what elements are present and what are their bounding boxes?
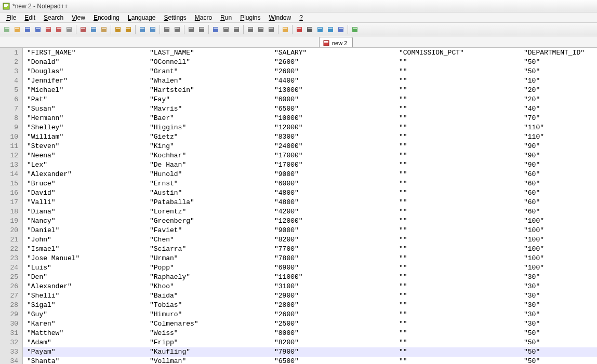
text-line[interactable]: "Matthew""Weiss""8000""""50" [23, 329, 597, 338]
find-icon[interactable] [138, 25, 147, 34]
undo-icon[interactable] [113, 25, 123, 34]
line-number: 33 [0, 347, 22, 357]
svg-rect-51 [269, 28, 273, 29]
toolbar-separator [135, 25, 136, 34]
copy-icon[interactable] [89, 25, 98, 34]
paste-icon[interactable] [99, 25, 109, 34]
text-line[interactable]: "David""Austin""4800""""60" [23, 188, 597, 198]
menu-plugins[interactable]: Plugins [236, 13, 264, 22]
close-all-icon[interactable] [54, 25, 63, 34]
title-bar: *new 2 - Notepad++ [0, 0, 597, 12]
menu-view[interactable]: View [68, 13, 89, 22]
print-icon[interactable] [64, 25, 74, 34]
spellcheck-icon[interactable] [350, 25, 360, 34]
text-line[interactable]: "Nancy""Greenberg""12000""""100" [23, 217, 597, 226]
text-line[interactable]: "Daniel""Faviet""9000""""100" [23, 226, 597, 235]
window-title: *new 2 - Notepad++ [12, 3, 68, 10]
text-line[interactable]: "Karen""Colmenares""2500""""30" [23, 319, 597, 329]
text-line[interactable]: "John""Chen""8200""""100" [23, 235, 597, 245]
document-tab[interactable]: new 2 [319, 37, 353, 47]
svg-rect-21 [91, 28, 96, 29]
func-list-icon[interactable] [267, 25, 276, 34]
text-line[interactable]: "Luis""Popp""6900""""100" [23, 263, 597, 273]
menu-run[interactable]: Run [216, 13, 236, 22]
text-line[interactable]: "Shanta""Vollman""6500""""50" [23, 357, 597, 364]
svg-rect-3 [4, 6, 7, 7]
text-line[interactable]: "Susan""Mavris""6500""""40" [23, 104, 597, 114]
wrap-icon[interactable] [211, 25, 220, 34]
close-icon[interactable] [44, 25, 53, 34]
sync-h-icon[interactable] [197, 25, 206, 34]
menu-edit[interactable]: Edit [20, 13, 39, 22]
text-line[interactable]: "Donald""OConnell""2600""""50" [23, 58, 597, 67]
text-line[interactable]: "Sigal""Tobias""2800""""30" [23, 301, 597, 310]
text-line[interactable]: "Bruce""Ernst""6000""""60" [23, 179, 597, 188]
svg-rect-47 [248, 28, 253, 29]
line-number: 10 [0, 132, 22, 142]
record-icon[interactable] [295, 25, 304, 34]
text-line[interactable]: "Shelley""Higgins""12000""""110" [23, 123, 597, 132]
text-line[interactable]: "Hermann""Baer""10000""""70" [23, 114, 597, 123]
text-line[interactable]: "Ismael""Sciarra""7700""""100" [23, 245, 597, 254]
text-line[interactable]: "FIRST_NAME""LAST_NAME""SALARY""COMMISSI… [23, 48, 597, 58]
menu-bar: FileEditSearchViewEncodingLanguageSettin… [0, 12, 597, 23]
menu-search[interactable]: Search [39, 13, 68, 22]
doc-map-icon[interactable] [256, 25, 266, 34]
replace-icon[interactable] [148, 25, 157, 34]
cut-icon[interactable] [78, 25, 88, 34]
svg-rect-39 [200, 28, 204, 29]
text-line[interactable]: "Adam""Fripp""8200""""50" [23, 338, 597, 347]
text-line[interactable]: "Pat""Fay""6000""""20" [23, 95, 597, 104]
text-line[interactable]: "Guy""Himuro""2600""""30" [23, 310, 597, 319]
text-line[interactable]: "Shelli""Baida""2900""""30" [23, 291, 597, 301]
menu-language[interactable]: Language [124, 13, 160, 22]
text-line[interactable]: "Douglas""Grant""2600""""50" [23, 67, 597, 76]
text-line[interactable]: "Jennifer""Whalen""4400""""10" [23, 76, 597, 86]
line-number: 11 [0, 142, 22, 151]
text-line[interactable]: "Jose Manuel""Urman""7800""""100" [23, 254, 597, 263]
line-number: 13 [0, 160, 22, 170]
text-line[interactable]: "Alexander""Hunold""9000""""60" [23, 170, 597, 179]
text-content[interactable]: "FIRST_NAME""LAST_NAME""SALARY""COMMISSI… [23, 48, 597, 364]
app-icon [2, 2, 10, 10]
stop-icon[interactable] [305, 25, 314, 34]
text-line[interactable]: "William""Gietz""8300""""110" [23, 132, 597, 142]
save-icon[interactable] [23, 25, 32, 34]
line-number: 15 [0, 179, 22, 188]
indent-guide-icon[interactable] [232, 25, 241, 34]
text-line[interactable]: "Den""Raphaely""11000""""30" [23, 273, 597, 282]
zoom-out-icon[interactable] [173, 25, 182, 34]
text-line[interactable]: "Valli""Pataballa""4800""""60" [23, 198, 597, 207]
save-macro-icon[interactable] [336, 25, 346, 34]
line-number: 25 [0, 273, 22, 282]
text-line[interactable]: "Neena""Kochhar""17000""""90" [23, 151, 597, 160]
text-line[interactable]: "Michael""Hartstein""13000""""20" [23, 86, 597, 95]
play-multi-icon[interactable] [326, 25, 335, 34]
menu-window[interactable]: Window [265, 13, 296, 22]
redo-icon[interactable] [124, 25, 133, 34]
line-number: 27 [0, 291, 22, 301]
sync-v-icon[interactable] [187, 25, 196, 34]
text-line[interactable]: "Alexander""Khoo""3100""""30" [23, 282, 597, 291]
folder-icon[interactable] [281, 25, 290, 34]
menu-help[interactable]: ? [295, 13, 307, 22]
menu-file[interactable]: File [2, 13, 20, 22]
show-all-icon[interactable] [221, 25, 231, 34]
svg-rect-17 [67, 28, 71, 29]
open-icon[interactable] [12, 25, 22, 34]
menu-settings[interactable]: Settings [160, 13, 190, 22]
play-icon[interactable] [315, 25, 325, 34]
text-line[interactable]: "Payam""Kaufling""7900""""50" [23, 347, 597, 357]
toolbar-separator [278, 25, 278, 34]
lang-icon[interactable] [246, 25, 255, 34]
text-line[interactable]: "Lex""De Haan""17000""""90" [23, 160, 597, 170]
menu-encoding[interactable]: Encoding [89, 13, 124, 22]
text-line[interactable]: "Steven""King""24000""""90" [23, 142, 597, 151]
save-all-icon[interactable] [33, 25, 43, 34]
svg-rect-53 [283, 28, 287, 29]
text-line[interactable]: "Diana""Lorentz""4200""""60" [23, 207, 597, 217]
svg-rect-49 [259, 28, 263, 29]
menu-macro[interactable]: Macro [191, 13, 216, 22]
zoom-in-icon[interactable] [162, 25, 171, 34]
new-file-icon[interactable] [2, 25, 11, 34]
